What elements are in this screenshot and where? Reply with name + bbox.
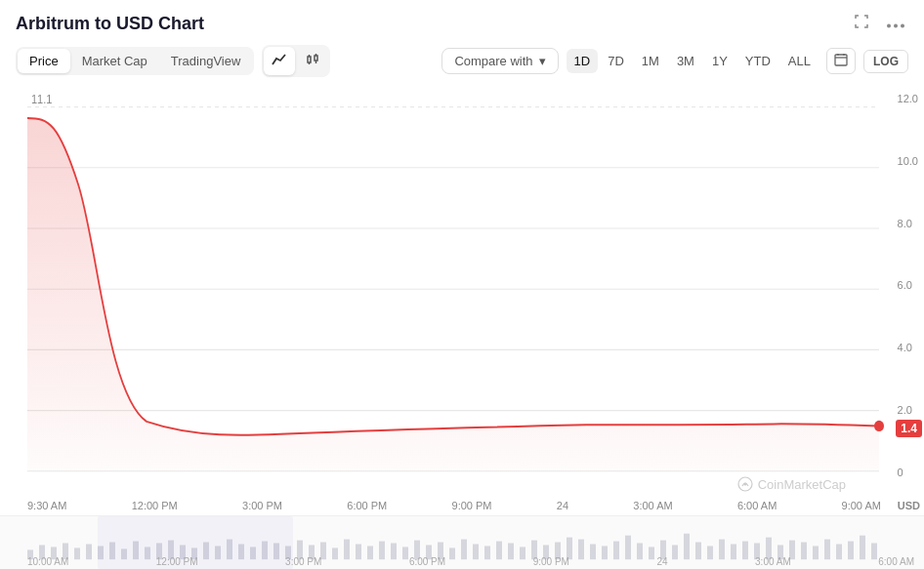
tab-market-cap[interactable]: Market Cap [70, 49, 159, 73]
chart-type-group [262, 45, 330, 77]
main-chart-area: 11.1 12.0 10.0 8.0 6.0 4.0 2.0 0 1.4 Coi… [0, 85, 924, 515]
current-price-badge: 1.4 [896, 420, 922, 437]
time-period-group: 1D 7D 1M 3M 1Y YTD ALL [567, 49, 819, 73]
line-chart-icon-btn[interactable] [264, 47, 295, 75]
time-3m[interactable]: 3M [669, 49, 702, 73]
toolbar: Price Market Cap TradingView [0, 45, 924, 85]
x-axis-labels: 9:30 AM 12:00 PM 3:00 PM 6:00 PM 9:00 PM… [27, 500, 881, 511]
more-button[interactable] [883, 13, 908, 34]
price-badge-container: 1.4 [896, 420, 922, 437]
svg-rect-9 [835, 55, 847, 65]
main-chart-svg: 11.1 [0, 85, 924, 515]
calendar-button[interactable] [826, 48, 856, 74]
svg-rect-3 [308, 57, 311, 62]
time-1m[interactable]: 1M [634, 49, 667, 73]
mini-x-6: 3:00 AM [755, 556, 791, 567]
time-all[interactable]: ALL [780, 49, 819, 73]
header-row: Arbitrum to USD Chart [0, 12, 924, 45]
x-label-1: 12:00 PM [132, 500, 178, 511]
x-label-5: 24 [557, 500, 568, 511]
mini-x-labels: 10:00 AM 12:00 PM 3:00 PM 6:00 PM 9:00 P… [27, 556, 914, 567]
mini-x-7: 6:00 AM [878, 556, 914, 567]
header-icons [850, 12, 908, 35]
time-1d[interactable]: 1D [567, 49, 599, 73]
mini-x-3: 6:00 PM [409, 556, 445, 567]
time-ytd[interactable]: YTD [737, 49, 778, 73]
y-label-4: 4.0 [898, 342, 918, 353]
x-label-3: 6:00 PM [347, 500, 387, 511]
mini-x-0: 10:00 AM [27, 556, 68, 567]
svg-text:11.1: 11.1 [31, 93, 52, 106]
compare-with-button[interactable]: Compare with ▾ [441, 48, 558, 74]
time-7d[interactable]: 7D [600, 49, 632, 73]
chevron-down-icon: ▾ [539, 54, 546, 68]
svg-point-0 [887, 24, 891, 28]
svg-point-2 [901, 24, 904, 28]
y-label-6: 6.0 [898, 279, 918, 291]
expand-button[interactable] [850, 12, 873, 35]
x-label-4: 9:00 PM [452, 500, 492, 511]
tab-trading-view[interactable]: TradingView [159, 49, 253, 73]
y-label-2: 2.0 [898, 404, 918, 416]
time-1y[interactable]: 1Y [704, 49, 735, 73]
tab-price[interactable]: Price [18, 49, 70, 73]
svg-point-20 [874, 421, 884, 431]
mini-x-2: 3:00 PM [285, 556, 321, 567]
view-tab-group: Price Market Cap TradingView [16, 47, 254, 75]
chart-container: Arbitrum to USD Chart Price Market Cap [0, 0, 924, 569]
mini-x-4: 9:00 PM [533, 556, 569, 567]
y-label-10: 10.0 [898, 155, 918, 167]
x-label-6: 3:00 AM [633, 500, 672, 511]
mini-x-1: 12:00 PM [156, 556, 198, 567]
x-label-0: 9:30 AM [27, 500, 66, 511]
svg-point-1 [894, 24, 898, 28]
compare-with-label: Compare with [454, 54, 532, 68]
y-label-8: 8.0 [898, 218, 918, 229]
chart-title: Arbitrum to USD Chart [16, 14, 204, 34]
y-label-12: 12.0 [898, 93, 918, 104]
usd-label: USD [898, 500, 920, 511]
log-button[interactable]: LOG [863, 50, 908, 73]
x-label-8: 9:00 AM [842, 500, 881, 511]
svg-rect-6 [315, 56, 317, 61]
y-label-0: 0 [898, 467, 918, 478]
mini-x-5: 24 [656, 556, 667, 567]
x-label-2: 3:00 PM [242, 500, 282, 511]
mini-chart[interactable]: 10:00 AM 12:00 PM 3:00 PM 6:00 PM 9:00 P… [0, 515, 924, 569]
candle-chart-icon-btn[interactable] [297, 47, 328, 75]
x-label-7: 6:00 AM [737, 500, 777, 511]
